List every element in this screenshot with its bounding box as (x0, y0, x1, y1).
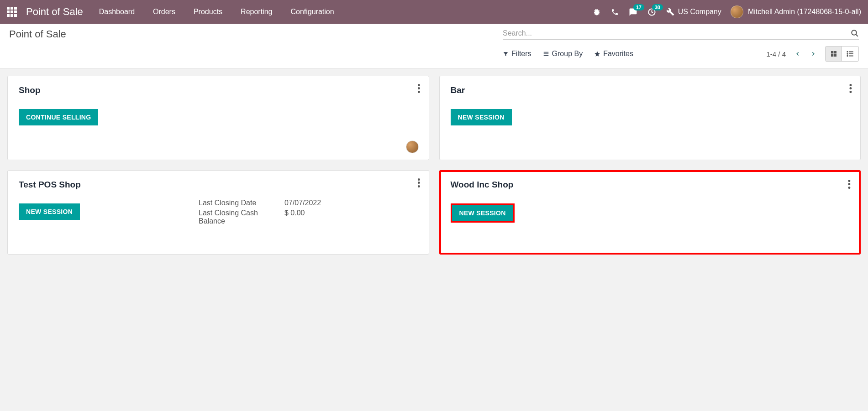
activities-icon[interactable]: 30 (647, 8, 656, 16)
filters-button[interactable]: Filters (503, 50, 531, 58)
new-session-button[interactable]: NEW SESSION (452, 205, 513, 221)
svg-rect-2 (831, 51, 833, 53)
card-title: Shop (19, 85, 418, 95)
list-view-button[interactable] (842, 47, 858, 61)
messages-icon[interactable]: 17 (629, 8, 637, 16)
pos-card-test[interactable]: Test POS Shop ••• NEW SESSION Last Closi… (7, 170, 429, 255)
search-bar (503, 29, 859, 40)
favorites-label: Favorites (603, 50, 633, 58)
pager-area: 1-4 / 4 (766, 46, 859, 62)
favorites-button[interactable]: Favorites (594, 50, 633, 58)
svg-rect-4 (831, 54, 833, 57)
messages-badge: 17 (633, 4, 644, 10)
page-title: Point of Sale (9, 28, 66, 40)
card-menu-icon[interactable]: ••• (417, 178, 420, 189)
activities-badge: 30 (652, 4, 663, 10)
nav-reporting[interactable]: Reporting (241, 8, 272, 16)
card-menu-icon[interactable]: ••• (848, 179, 851, 190)
new-session-button[interactable]: NEW SESSION (451, 109, 512, 125)
header-row: Point of Sale (0, 24, 868, 42)
card-title: Test POS Shop (19, 180, 418, 190)
svg-rect-5 (834, 54, 836, 57)
nav-dashboard[interactable]: Dashboard (99, 8, 135, 16)
kanban-view-button[interactable] (826, 47, 842, 61)
filter-group: Filters Group By Favorites (503, 50, 633, 58)
continue-selling-button[interactable]: CONTINUE SELLING (19, 109, 98, 125)
groupby-label: Group By (552, 50, 583, 58)
card-title: Wood Inc Shop (451, 180, 850, 190)
kanban-grid: Shop ••• CONTINUE SELLING Bar ••• NEW SE… (0, 68, 868, 262)
svg-point-7 (847, 53, 848, 54)
view-switcher (825, 46, 859, 62)
nav-orders[interactable]: Orders (153, 8, 175, 16)
brand-title[interactable]: Point of Sale (26, 6, 83, 18)
nav-products[interactable]: Products (194, 8, 222, 16)
nav-icons: 17 30 (593, 8, 674, 16)
filters-label: Filters (511, 50, 531, 58)
closing-date-value: 07/07/2022 (284, 199, 321, 207)
card-menu-icon[interactable]: ••• (849, 83, 852, 94)
search-input[interactable] (503, 29, 851, 37)
svg-rect-3 (834, 51, 836, 53)
user-menu[interactable]: Mitchell Admin (17248068-15-0-all) (731, 5, 861, 18)
svg-point-8 (847, 56, 848, 57)
pos-card-wood-inc[interactable]: Wood Inc Shop ••• NEW SESSION (439, 170, 861, 255)
pager-text: 1-4 / 4 (766, 50, 786, 58)
cash-balance-label: Last Closing Cash Balance (199, 209, 284, 225)
company-selector[interactable]: US Company (678, 8, 721, 16)
debug-icon[interactable] (593, 8, 601, 16)
svg-point-6 (847, 52, 848, 52)
pos-card-bar[interactable]: Bar ••• NEW SESSION (439, 76, 861, 160)
cash-balance-value: $ 0.00 (284, 209, 305, 225)
phone-icon[interactable] (611, 8, 619, 16)
new-session-button[interactable]: NEW SESSION (19, 203, 80, 220)
tools-icon[interactable] (666, 8, 674, 16)
nav-configuration[interactable]: Configuration (290, 8, 334, 16)
nav-menu: Dashboard Orders Products Reporting Conf… (99, 8, 334, 16)
pos-card-shop[interactable]: Shop ••• CONTINUE SELLING (7, 76, 429, 160)
highlight-box: NEW SESSION (451, 203, 515, 223)
user-avatar-icon (731, 5, 743, 18)
svg-point-1 (852, 30, 857, 35)
groupby-button[interactable]: Group By (543, 50, 583, 58)
card-details: Last Closing Date 07/07/2022 Last Closin… (199, 199, 321, 227)
pager-prev-icon[interactable] (793, 49, 803, 59)
card-menu-icon[interactable]: ••• (417, 83, 420, 94)
card-title: Bar (451, 85, 850, 95)
search-icon[interactable] (851, 29, 859, 37)
assignee-avatar-icon[interactable] (406, 140, 419, 153)
closing-date-label: Last Closing Date (199, 199, 284, 207)
filter-row: Filters Group By Favorites 1-4 / 4 (0, 42, 868, 68)
apps-icon[interactable] (7, 7, 17, 17)
top-navbar: Point of Sale Dashboard Orders Products … (0, 0, 868, 24)
pager-next-icon[interactable] (808, 49, 818, 59)
user-name: Mitchell Admin (17248068-15-0-all) (748, 8, 861, 16)
